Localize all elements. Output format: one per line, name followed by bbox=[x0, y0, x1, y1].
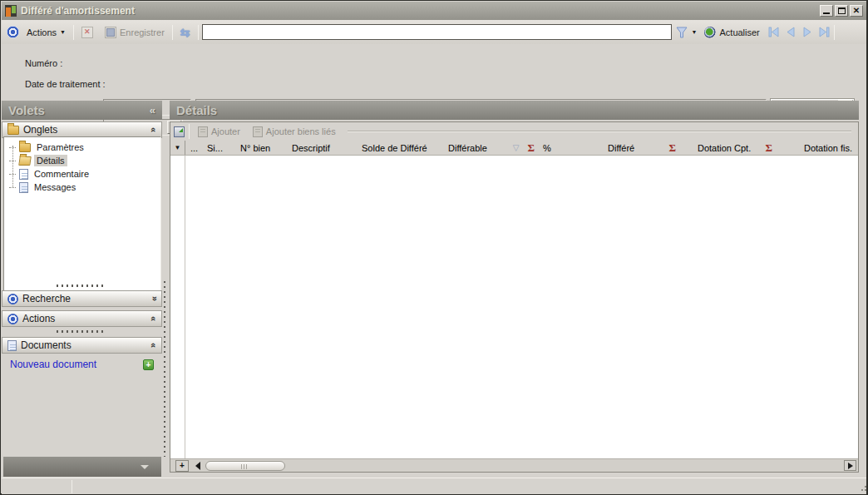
selector-arrow-icon: ▼ bbox=[175, 145, 181, 151]
export-icon[interactable] bbox=[174, 126, 185, 137]
documents-section-header[interactable]: Documents « bbox=[2, 337, 162, 354]
scroll-right-icon bbox=[848, 463, 853, 469]
column-header[interactable]: Différé Σ bbox=[588, 141, 684, 155]
tree-item-label: Messages bbox=[32, 181, 78, 193]
volets-header: Volets « bbox=[2, 101, 162, 120]
filter-funnel-icon[interactable] bbox=[675, 26, 688, 39]
sync-button[interactable]: ⇆ bbox=[176, 25, 195, 40]
ajouter-button[interactable]: Ajouter bbox=[194, 125, 244, 139]
maximize-icon bbox=[838, 7, 846, 14]
column-header[interactable]: Si... bbox=[202, 141, 235, 155]
folder-icon bbox=[7, 126, 19, 135]
collapse-sidebar-icon[interactable]: « bbox=[150, 104, 155, 116]
cancel-button[interactable] bbox=[77, 25, 97, 40]
tree-item-details[interactable]: Détails bbox=[6, 154, 159, 167]
sum-icon[interactable]: Σ bbox=[766, 141, 773, 155]
column-header[interactable]: Descriptif bbox=[287, 141, 357, 155]
onglets-label: Onglets bbox=[23, 124, 57, 136]
refresh-button[interactable]: Actualiser bbox=[700, 25, 763, 40]
statusbar-divider bbox=[72, 480, 72, 493]
app-window: Différé d'amortissement ✕ Actions ▼ Enre… bbox=[0, 0, 868, 495]
sidebar-footer-bar[interactable] bbox=[3, 457, 161, 477]
onglets-section-header[interactable]: Onglets « bbox=[2, 121, 162, 138]
app-icon bbox=[5, 5, 17, 17]
status-bar bbox=[2, 478, 866, 494]
sum-icon[interactable]: Σ bbox=[669, 141, 677, 155]
tree-item-commentaire[interactable]: Commentaire bbox=[6, 167, 159, 181]
nav-next-button[interactable] bbox=[801, 26, 814, 38]
column-header[interactable]: ... bbox=[185, 141, 202, 155]
scroll-left-icon[interactable] bbox=[195, 462, 200, 470]
refresh-label: Actualiser bbox=[719, 27, 759, 37]
nav-prev-button[interactable] bbox=[784, 26, 797, 38]
tree-item-messages[interactable]: Messages bbox=[6, 181, 159, 194]
close-button[interactable]: ✕ bbox=[850, 5, 863, 17]
delete-icon bbox=[81, 27, 93, 38]
chevron-up-icon[interactable]: « bbox=[149, 316, 159, 321]
document-icon bbox=[19, 182, 28, 193]
actions-section-label: Actions bbox=[22, 313, 55, 324]
window-title: Différé d'amortissement bbox=[21, 5, 135, 17]
actions-section-header[interactable]: Actions « bbox=[2, 310, 162, 327]
splitter-handle[interactable] bbox=[57, 330, 106, 333]
column-header[interactable]: Dotation fis. bbox=[781, 141, 858, 155]
date-label: Date de traitement : bbox=[25, 79, 106, 89]
row-selector-button[interactable]: ▼ bbox=[170, 141, 185, 155]
grid-column-header: ▼ ... Si... N° bien Descriptif Solde de … bbox=[170, 141, 858, 156]
new-document-link[interactable]: Nouveau document bbox=[10, 359, 96, 370]
actions-dropdown-icon: ▼ bbox=[60, 29, 66, 35]
ajouter-biens-lies-label: Ajouter biens liés bbox=[266, 126, 336, 136]
chevron-up-icon[interactable]: « bbox=[149, 343, 159, 348]
chevron-up-icon[interactable]: « bbox=[149, 127, 159, 132]
minimize-button[interactable] bbox=[820, 5, 833, 17]
recherche-section-header[interactable]: Recherche « bbox=[2, 290, 162, 307]
details-header: Détails bbox=[170, 101, 859, 120]
panel-splitter[interactable] bbox=[164, 281, 165, 457]
recherche-target-icon bbox=[7, 294, 18, 304]
add-row-button[interactable]: + bbox=[175, 460, 189, 472]
add-document-icon[interactable]: + bbox=[143, 359, 154, 370]
minimize-icon bbox=[823, 8, 830, 14]
toolbar-separator bbox=[189, 124, 190, 139]
title-bar: Différé d'amortissement ✕ bbox=[2, 2, 866, 20]
tree-connector bbox=[12, 146, 13, 187]
actions-menu-button[interactable]: Actions ▼ bbox=[22, 26, 70, 39]
maximize-button[interactable] bbox=[835, 5, 848, 17]
details-body: Ajouter Ajouter biens liés ▼ ... Si... N… bbox=[170, 121, 859, 473]
column-filter-icon[interactable]: ▽ bbox=[513, 143, 520, 152]
details-title: Détails bbox=[176, 103, 217, 117]
refresh-icon bbox=[704, 27, 716, 38]
documents-label: Documents bbox=[21, 339, 72, 351]
toolbar-separator bbox=[198, 25, 199, 40]
scroll-right-button[interactable] bbox=[844, 460, 856, 471]
save-button[interactable]: Enregistrer bbox=[101, 25, 169, 40]
splitter-handle[interactable] bbox=[57, 285, 106, 287]
sum-icon[interactable]: Σ bbox=[528, 141, 535, 155]
chevron-down-icon[interactable]: « bbox=[149, 296, 159, 301]
toolbar-extension-line bbox=[348, 131, 851, 132]
filter-input[interactable] bbox=[202, 24, 672, 40]
chevron-down-icon bbox=[141, 465, 149, 469]
column-header[interactable]: N° bien bbox=[235, 141, 287, 155]
actions-menu-label: Actions bbox=[27, 27, 57, 37]
hscroll-thumb[interactable] bbox=[205, 461, 285, 471]
details-panel: Détails Ajouter Ajouter biens liés ▼ bbox=[170, 101, 859, 473]
sidebar-volets: Volets « Onglets « Paramètres Détails bbox=[2, 101, 162, 477]
column-header[interactable]: Solde de Différé bbox=[357, 141, 443, 155]
grid-body[interactable] bbox=[170, 156, 858, 458]
tree-item-label: Détails bbox=[34, 155, 67, 166]
resize-grip[interactable] bbox=[861, 489, 863, 491]
folder-open-icon bbox=[18, 156, 32, 166]
ajouter-biens-lies-button[interactable]: Ajouter biens liés bbox=[249, 125, 340, 139]
tree-item-parametres[interactable]: Paramètres bbox=[6, 141, 159, 154]
add-row-icon bbox=[198, 126, 208, 137]
column-header[interactable]: % bbox=[538, 141, 588, 155]
filter-dropdown-icon[interactable]: ▼ bbox=[692, 29, 698, 35]
column-header[interactable]: Dotation Cpt. Σ bbox=[684, 141, 781, 155]
column-header[interactable]: Différable ▽ Σ bbox=[443, 141, 538, 155]
row-header-strip bbox=[170, 156, 185, 458]
nav-last-button[interactable] bbox=[817, 26, 831, 38]
nav-first-button[interactable] bbox=[767, 26, 781, 38]
save-icon bbox=[105, 27, 116, 38]
actions-target-icon bbox=[7, 26, 19, 38]
